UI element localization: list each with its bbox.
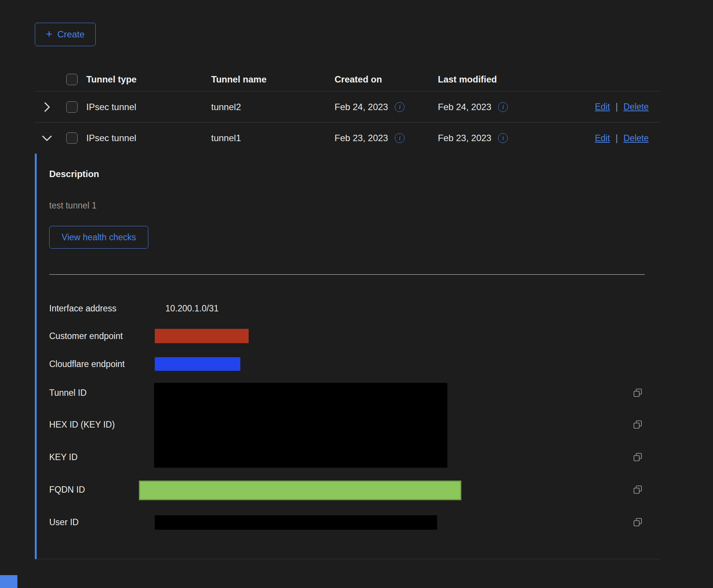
cloudflare-endpoint-label: Cloudflare endpoint: [49, 359, 125, 369]
action-separator: |: [616, 133, 618, 143]
key-id-label: KEY ID: [49, 452, 78, 462]
view-health-checks-button[interactable]: View health checks: [49, 226, 148, 249]
info-icon[interactable]: i: [395, 102, 405, 112]
last-modified-value: Feb 24, 2023: [438, 102, 491, 112]
chevron-down-icon[interactable]: [41, 134, 53, 142]
interface-address-value: 10.200.1.0/31: [165, 303, 219, 314]
copy-icon[interactable]: [632, 419, 643, 430]
interface-address-label: Interface address: [49, 303, 117, 314]
table-row: IPsec tunnel tunnel1 Feb 23, 2023 i Feb …: [35, 123, 659, 154]
delete-link[interactable]: Delete: [624, 102, 649, 112]
tunnel-name-cell: tunnel1: [211, 133, 335, 143]
copy-icon[interactable]: [632, 387, 643, 398]
hex-id-label: HEX ID (KEY ID): [49, 420, 115, 430]
tunnel-id-label: Tunnel ID: [49, 388, 87, 398]
table-row: IPsec tunnel tunnel2 Feb 24, 2023 i Feb …: [35, 92, 659, 123]
select-all-checkbox[interactable]: [66, 74, 78, 85]
cloudflare-endpoint-redaction: [155, 357, 240, 371]
user-id-redaction: [155, 515, 437, 530]
table-header-row: Tunnel type Tunnel name Created on Last …: [35, 67, 659, 92]
edit-link[interactable]: Edit: [595, 133, 610, 143]
bottom-left-blue-bar: [0, 575, 17, 588]
row-checkbox[interactable]: [66, 101, 78, 113]
created-on-value: Feb 24, 2023: [335, 102, 388, 112]
chevron-right-icon[interactable]: [43, 101, 51, 113]
edit-link[interactable]: Edit: [595, 102, 610, 112]
action-separator: |: [616, 102, 618, 112]
tunnel-type-cell: IPsec tunnel: [86, 102, 211, 112]
divider: [49, 274, 645, 275]
tunnel-type-cell: IPsec tunnel: [86, 133, 211, 143]
info-icon[interactable]: i: [498, 133, 508, 143]
description-label: Description: [49, 169, 99, 179]
tunnel-name-cell: tunnel2: [211, 102, 335, 112]
copy-icon[interactable]: [632, 484, 643, 495]
info-icon[interactable]: i: [498, 102, 508, 112]
info-icon[interactable]: i: [395, 133, 405, 143]
copy-icon[interactable]: [632, 517, 643, 527]
ids-redaction: [154, 383, 447, 468]
column-header-created-on: Created on: [335, 74, 438, 85]
fqdn-id-redaction: [139, 481, 461, 500]
column-header-last-modified: Last modified: [438, 74, 565, 85]
row-checkbox[interactable]: [66, 132, 78, 144]
customer-endpoint-label: Customer endpoint: [49, 331, 123, 341]
customer-endpoint-redaction: [155, 329, 249, 343]
copy-icon[interactable]: [632, 452, 643, 462]
last-modified-value: Feb 23, 2023: [438, 133, 491, 143]
column-header-tunnel-name: Tunnel name: [211, 74, 335, 85]
plus-icon: +: [46, 28, 53, 40]
created-on-value: Feb 23, 2023: [335, 133, 388, 143]
create-button-label: Create: [58, 29, 85, 40]
delete-link[interactable]: Delete: [624, 133, 649, 143]
create-button[interactable]: + Create: [35, 23, 96, 46]
user-id-label: User ID: [49, 517, 79, 527]
tunnel-detail-panel: Description test tunnel 1 View health ch…: [35, 154, 659, 559]
fqdn-id-label: FQDN ID: [49, 485, 85, 495]
description-value: test tunnel 1: [49, 201, 97, 211]
tunnels-table: Tunnel type Tunnel name Created on Last …: [35, 67, 659, 559]
column-header-tunnel-type: Tunnel type: [86, 74, 211, 85]
